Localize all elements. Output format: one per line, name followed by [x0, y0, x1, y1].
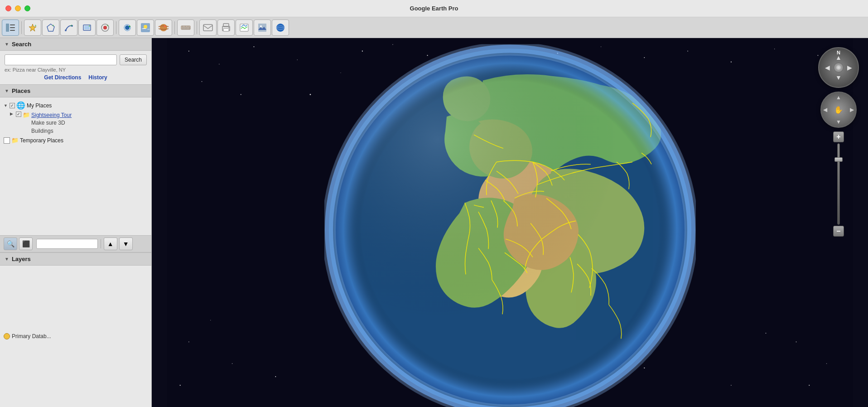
save-image-button[interactable] — [254, 19, 271, 36]
email-button[interactable] — [199, 19, 217, 36]
layers-icon-item — [4, 333, 10, 339]
add-placemark-button[interactable]: + — [24, 19, 41, 36]
map-style-button[interactable] — [272, 19, 289, 36]
svg-point-21 — [144, 25, 147, 29]
svg-text:●: ● — [129, 24, 130, 28]
add-polygon-button[interactable]: + — [42, 19, 59, 36]
layers-item-label: Primary Datab... — [12, 333, 51, 339]
places-section-header[interactable]: ▼ Places — [0, 85, 151, 97]
down-arrow-icon: ▼ — [123, 240, 129, 247]
svg-rect-38 — [258, 24, 266, 32]
show-sunlight-button[interactable]: ● — [119, 19, 136, 36]
add-path-button[interactable]: + — [60, 19, 77, 36]
svg-point-22 — [160, 24, 167, 31]
search-input[interactable] — [5, 54, 117, 65]
sightseeing-checkbox[interactable]: ✓ — [16, 111, 21, 117]
zoom-slider[interactable] — [837, 143, 840, 225]
get-directions-link[interactable]: Get Directions — [44, 74, 81, 81]
search-hint: ex: Pizza near Clayville, NY — [5, 67, 147, 73]
sightseeing-tour-link[interactable]: Sightseeing Tour — [31, 112, 72, 118]
up-arrow-icon: ▲ — [107, 240, 114, 247]
svg-point-65 — [180, 385, 181, 386]
svg-point-70 — [809, 385, 810, 386]
svg-text:+: + — [106, 24, 109, 28]
svg-rect-2 — [10, 27, 15, 28]
google-maps-button[interactable] — [236, 19, 253, 36]
pan-up-button[interactable]: ▲ — [836, 94, 841, 101]
layers-section-title: Layers — [12, 256, 31, 262]
svg-point-51 — [241, 94, 241, 95]
svg-point-72 — [310, 94, 311, 95]
move-down-button[interactable]: ▼ — [119, 237, 133, 250]
map-area[interactable]: N ▲ ▼ ◀ ▶ ▲ ▼ ◀ ▶ ✋ — [152, 38, 868, 407]
record-tour-button[interactable]: + — [96, 19, 114, 36]
svg-point-36 — [228, 27, 229, 28]
sidebar-separator — [101, 239, 101, 248]
search-places-button[interactable]: 🔍 — [4, 237, 17, 250]
svg-point-63 — [188, 341, 189, 342]
svg-point-46 — [254, 46, 255, 47]
my-places-label: My Places — [27, 102, 52, 109]
print-button[interactable] — [217, 19, 235, 36]
compass-left-button[interactable]: ◀ — [825, 64, 830, 71]
sidebar-search-field[interactable] — [36, 239, 98, 249]
my-places-expand-arrow[interactable]: ▼ — [4, 103, 8, 108]
toolbar-separator-2 — [116, 21, 116, 34]
svg-point-82 — [329, 48, 691, 407]
search-collapse-triangle: ▼ — [5, 42, 9, 47]
temp-places-checkbox[interactable] — [4, 137, 10, 144]
history-link[interactable]: History — [88, 74, 107, 81]
switch-to-sky-button[interactable] — [137, 19, 154, 36]
sidebar: ▼ Search Search ex: Pizza near Clayville… — [0, 38, 152, 407]
toolbar-separator-3 — [174, 21, 175, 34]
compass[interactable]: N ▲ ▼ ◀ ▶ — [818, 47, 859, 88]
close-window-button[interactable] — [5, 5, 11, 11]
compass-arrows: ▲ ▼ ◀ ▶ — [825, 54, 852, 81]
layers-view-button[interactable]: ⬛ — [19, 237, 33, 250]
search-links: Get Directions History — [5, 74, 147, 81]
svg-text:+: + — [52, 24, 54, 28]
places-section-title: Places — [12, 87, 30, 94]
svg-point-47 — [297, 59, 298, 60]
compass-right-button[interactable]: ▶ — [847, 64, 852, 71]
sightseeing-expand-arrow[interactable]: ▶ — [10, 111, 14, 116]
my-places-checkbox[interactable]: ✓ — [10, 103, 15, 108]
ruler-button[interactable] — [177, 19, 194, 36]
zoom-in-button[interactable]: + — [833, 131, 844, 142]
search-section: Search ex: Pizza near Clayville, NY Get … — [0, 51, 151, 85]
list-item: ▼ ✓ 🌐 My Places — [2, 100, 149, 111]
svg-rect-35 — [223, 29, 229, 31]
sidebar-bottom-toolbar: 🔍 ⬛ ▲ ▼ — [0, 235, 151, 252]
minimize-window-button[interactable] — [15, 5, 21, 11]
earth-svg — [324, 44, 696, 407]
window-controls — [5, 5, 30, 11]
svg-point-50 — [202, 81, 203, 82]
toolbar-separator-1 — [21, 21, 22, 34]
temp-places-label: Temporary Places — [20, 137, 63, 144]
planet-button[interactable] — [155, 19, 172, 36]
sightseeing-folder-icon: 📁 — [23, 111, 30, 118]
svg-point-61 — [774, 48, 775, 49]
zoom-slider-thumb[interactable] — [834, 157, 843, 162]
sidebar-toggle-button[interactable] — [2, 19, 19, 36]
maximize-window-button[interactable] — [24, 5, 30, 11]
pan-right-button[interactable]: ▶ — [850, 107, 854, 113]
pan-left-button[interactable]: ◀ — [823, 107, 827, 113]
search-section-title: Search — [12, 41, 31, 48]
zoom-out-button[interactable]: – — [833, 226, 844, 237]
add-image-overlay-button[interactable]: + — [78, 19, 96, 36]
compass-center — [834, 63, 844, 73]
layers-section-header[interactable]: ▼ Layers — [0, 252, 151, 266]
places-content: ▼ ✓ 🌐 My Places ▶ ✓ 📁 Sightseeing Tour — [0, 97, 151, 146]
compass-up-button[interactable]: ▲ — [835, 54, 842, 61]
earth-globe-container[interactable] — [324, 44, 696, 407]
pan-control[interactable]: ▲ ▼ ◀ ▶ ✋ — [820, 92, 857, 128]
temp-places-folder-icon: 📁 — [11, 137, 19, 144]
move-up-button[interactable]: ▲ — [104, 237, 117, 250]
my-places-globe-icon: 🌐 — [16, 101, 25, 110]
pan-down-button[interactable]: ▼ — [836, 119, 841, 125]
compass-down-button[interactable]: ▼ — [835, 74, 842, 81]
search-button[interactable]: Search — [120, 54, 147, 65]
search-section-header[interactable]: ▼ Search — [0, 38, 151, 51]
main-content: ▼ Search Search ex: Pizza near Clayville… — [0, 38, 868, 407]
